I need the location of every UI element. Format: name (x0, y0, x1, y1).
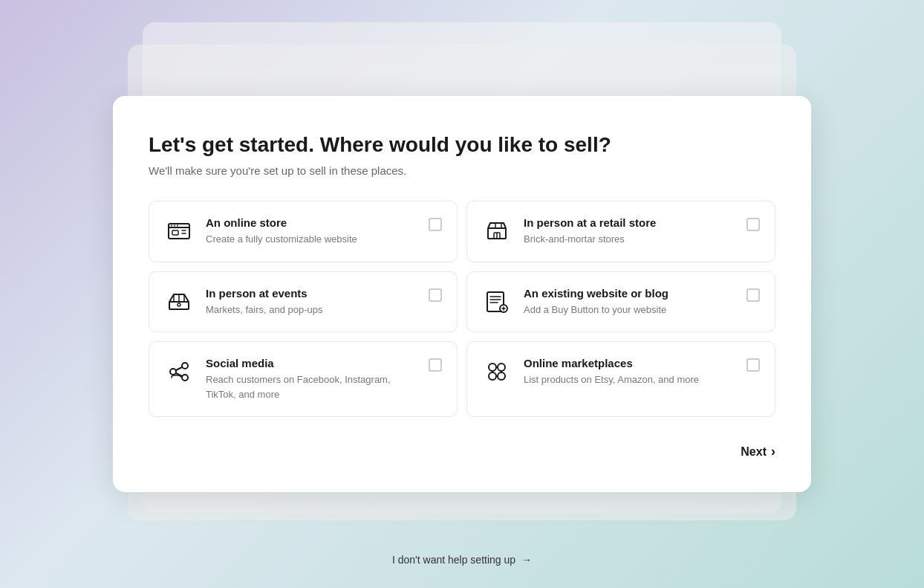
svg-rect-1 (172, 230, 178, 235)
option-online-store-text: An online store Create a fully customiza… (206, 216, 417, 247)
marketplaces-icon (482, 357, 512, 387)
skip-label: I don't want help setting up (392, 554, 515, 566)
option-events-text: In person at events Markets, fairs, and … (206, 287, 417, 317)
events-icon (164, 287, 194, 317)
option-retail-store[interactable]: In person at a retail store Brick-and-mo… (466, 201, 775, 262)
option-existing-website-desc: Add a Buy Button to your website (524, 303, 735, 317)
option-retail-store-checkbox[interactable] (746, 218, 760, 231)
option-social-media[interactable]: Social media Reach customers on Facebook… (149, 341, 458, 417)
option-existing-website-title: An existing website or blog (524, 287, 735, 300)
modal-title: Let's get started. Where would you like … (149, 132, 775, 158)
retail-store-icon (482, 216, 512, 246)
option-existing-website-checkbox[interactable] (746, 288, 760, 302)
option-marketplaces-checkbox[interactable] (746, 358, 760, 372)
svg-point-4 (177, 225, 178, 227)
svg-point-13 (182, 375, 188, 381)
svg-point-8 (178, 303, 180, 306)
option-online-store[interactable]: An online store Create a fully customiza… (149, 201, 458, 262)
main-modal: Let's get started. Where would you like … (113, 96, 811, 492)
existing-website-icon (482, 287, 512, 317)
next-label: Next (741, 445, 767, 459)
option-retail-store-desc: Brick-and-mortar stores (524, 232, 735, 247)
social-media-icon (164, 357, 194, 387)
skip-link[interactable]: I don't want help setting up → (392, 554, 532, 566)
modal-footer: Next › (149, 441, 775, 462)
next-button[interactable]: Next › (741, 441, 775, 462)
option-existing-website-text: An existing website or blog Add a Buy Bu… (524, 287, 735, 317)
svg-point-3 (174, 225, 175, 227)
option-marketplaces-title: Online marketplaces (524, 357, 735, 369)
option-retail-store-text: In person at a retail store Brick-and-mo… (524, 216, 735, 247)
option-marketplaces-text: Online marketplaces List products on Ets… (524, 357, 735, 387)
option-events-title: In person at events (206, 287, 417, 300)
svg-point-17 (498, 372, 505, 380)
option-social-media-desc: Reach customers on Facebook, Instagram, … (206, 372, 417, 401)
svg-point-2 (171, 225, 172, 227)
option-events-checkbox[interactable] (429, 288, 442, 302)
next-arrow-icon: › (771, 444, 775, 459)
option-retail-store-title: In person at a retail store (524, 216, 735, 229)
options-grid: An online store Create a fully customiza… (149, 201, 775, 417)
option-social-media-text: Social media Reach customers on Facebook… (206, 357, 417, 401)
option-online-store-title: An online store (206, 216, 417, 229)
option-online-store-checkbox[interactable] (429, 218, 442, 231)
option-events[interactable]: In person at events Markets, fairs, and … (149, 271, 458, 333)
option-online-store-desc: Create a fully customizable website (206, 232, 417, 247)
svg-point-14 (489, 364, 496, 371)
svg-point-12 (182, 363, 188, 369)
option-existing-website[interactable]: An existing website or blog Add a Buy Bu… (466, 271, 775, 333)
svg-point-15 (498, 364, 505, 371)
option-social-media-title: Social media (206, 357, 417, 369)
option-marketplaces-desc: List products on Etsy, Amazon, and more (524, 372, 735, 387)
svg-point-16 (489, 372, 496, 380)
online-store-icon (164, 216, 194, 246)
svg-point-11 (170, 369, 176, 375)
modal-subtitle: We'll make sure you're set up to sell in… (149, 164, 775, 177)
option-social-media-checkbox[interactable] (429, 358, 442, 372)
option-events-desc: Markets, fairs, and pop-ups (206, 303, 417, 317)
option-marketplaces[interactable]: Online marketplaces List products on Ets… (466, 341, 775, 417)
skip-arrow-icon: → (521, 554, 532, 566)
